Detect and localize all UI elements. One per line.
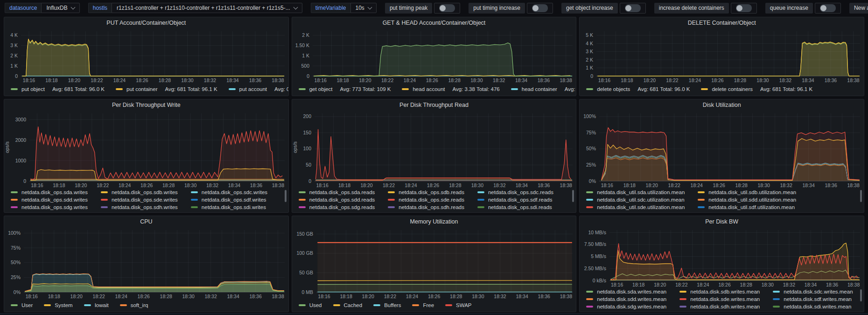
chart-canvas[interactable]: 0%25%50%75%100%18:1618:1818:2018:2218:24… [580,111,864,189]
chart-canvas[interactable]: 010002000300018:1618:1818:2018:2218:2418… [4,111,288,189]
legend-item-netdata-disk-ops-sdd-reads[interactable]: netdata.disk_ops.sdd.reads [299,197,375,203]
legend-series-color-icon[interactable] [586,191,593,193]
legend-item-netdata-disk-ops-sdf-writes[interactable]: netdata.disk_ops.sdf.writes [191,197,267,203]
legend-series-color-icon[interactable] [373,304,380,306]
chart-memory-utilization[interactable]: 0 MB50 GB100 GB150 GB18:1618:1818:2018:2… [292,227,576,300]
legend-series-color-icon[interactable] [698,206,705,208]
legend-series-color-icon[interactable] [511,88,518,90]
legend-series-color-icon[interactable] [698,191,705,193]
legend-series-color-icon[interactable] [679,298,686,300]
chart-per-disk-throughput-write[interactable]: 010002000300018:1618:1818:2018:2218:2418… [4,111,288,189]
legend-item-netdata-disk-ops-sdh-reads[interactable]: netdata.disk_ops.sdh.reads [388,204,464,210]
legend-item-get-object[interactable]: get objectAvg: 773 Total: 109 K [299,86,391,92]
legend-item-netdata-disk-ops-sda-reads[interactable]: netdata.disk_ops.sda.reads [299,189,375,195]
legend-item-free[interactable]: Free [412,302,434,308]
legend-item-netdata-disk-ops-sdc-reads[interactable]: netdata.disk_ops.sdc.reads [477,189,553,195]
chart-canvas[interactable]: 0%25%50%75%100%18:1618:1818:2018:2218:24… [4,227,288,300]
legend-scrollbar[interactable] [572,190,574,202]
legend-item-netdata-disk-ops-sdc-writes[interactable]: netdata.disk_ops.sdc.writes [191,189,267,195]
legend-item-head-account[interactable]: head accountAvg: 3.38 Total: 476 [402,86,499,92]
legend-item-netdata-disk-ops-sdb-reads[interactable]: netdata.disk_ops.sdb.reads [388,189,464,195]
toggle-switch-put-timing-peak[interactable] [434,3,460,14]
legend-scrollbar[interactable] [860,190,862,202]
legend-item-netdata-disk-ops-sdi-writes[interactable]: netdata.disk_ops.sdi.writes [191,204,267,210]
toggle-switch-put-timing-increase[interactable] [527,3,553,14]
legend-item-system[interactable]: System [44,302,72,308]
toggle-switch-increase-delete-containers[interactable] [731,3,757,14]
legend-item-netdata-disk-ops-sdf-reads[interactable]: netdata.disk_ops.sdf.reads [477,197,553,203]
chart-canvas[interactable]: 05010015020018:1618:1818:2018:2218:2418:… [292,111,576,189]
legend-series-color-icon[interactable] [191,206,198,208]
panel-title-memory-utilization[interactable]: Memory Utilization [292,216,576,227]
panel-title-per-disk-bw[interactable]: Per Disk BW [580,216,864,227]
legend-item-user[interactable]: User [11,302,33,308]
legend-item-netdata-disk-util-sdb-utilization-mean[interactable]: netdata.disk_util.sdb.utilization.mean [698,189,796,195]
chart-get-head-account-container-object[interactable]: 05001 K1.50 K2 K18:1618:1818:2018:2218:2… [292,28,576,84]
legend-series-color-icon[interactable] [477,199,484,201]
panel-title-put-account-container-object[interactable]: PUT Account/Container/Object [4,17,288,28]
toggle-switch-queue-increase[interactable] [815,3,841,14]
chart-canvas[interactable]: 0 kB/s2.50 MB/s5 MB/s7.50 MB/s10 MB/s18:… [580,227,864,288]
legend-item-netdata-disk-ops-sdd-writes[interactable]: netdata.disk_ops.sdd.writes [11,197,88,203]
legend-series-color-icon[interactable] [11,304,18,306]
chart-canvas[interactable]: 05001 K1.50 K2 K18:1618:1818:2018:2218:2… [292,28,576,84]
legend-item-netdata-disk-ops-sde-reads[interactable]: netdata.disk_ops.sde.reads [388,197,464,203]
legend-series-color-icon[interactable] [11,199,18,201]
legend-series-color-icon[interactable] [679,291,686,293]
legend-series-color-icon[interactable] [229,88,236,90]
variable-select-datasource[interactable]: InfluxDB [41,3,79,13]
legend-item-netdata-disk-sda-writes-mean[interactable]: netdata.disk.sda.writes.mean [586,289,666,294]
legend-series-color-icon[interactable] [773,291,780,293]
chart-per-disk-bw[interactable]: 0 kB/s2.50 MB/s5 MB/s7.50 MB/s10 MB/s18:… [580,227,864,288]
legend-series-color-icon[interactable] [191,191,198,193]
legend-item-swap[interactable]: SWAP [445,302,471,308]
panel-title-per-disk-throughput-read[interactable]: Per Disk Throughput Read [292,99,576,111]
legend-series-color-icon[interactable] [679,306,686,308]
legend-series-color-icon[interactable] [44,304,51,306]
legend-series-color-icon[interactable] [412,304,419,306]
legend-item-netdata-disk-sdd-writes-mean[interactable]: netdata.disk.sdd.writes.mean [586,296,666,302]
chart-delete-container-object[interactable]: 01 K2 K3 K4 K5 K18:1618:1818:2018:2218:2… [580,28,864,84]
legend-item-netdata-disk-sde-writes-mean[interactable]: netdata.disk.sde.writes.mean [679,296,760,302]
legend-series-color-icon[interactable] [388,199,395,201]
panel-title-per-disk-throughput-write[interactable]: Per Disk Throughput Write [4,99,288,111]
legend-item-netdata-disk-ops-sdg-writes[interactable]: netdata.disk_ops.sdg.writes [11,204,88,210]
legend-item-netdata-disk-ops-sde-writes[interactable]: netdata.disk_ops.sde.writes [101,197,178,203]
legend-series-color-icon[interactable] [773,306,780,308]
legend-item-netdata-disk-util-sdc-utilization-mean[interactable]: netdata.disk_util.sdc.utilization.mean [586,197,685,203]
legend-series-color-icon[interactable] [11,88,18,90]
legend-series-color-icon[interactable] [101,199,108,201]
legend-series-color-icon[interactable] [701,88,708,90]
legend-series-color-icon[interactable] [586,88,593,90]
legend-series-color-icon[interactable] [586,199,593,201]
legend-item-put-container[interactable]: put containerAvg: 681 Total: 96.1 K [116,86,217,92]
legend-item-delete-containers[interactable]: delete containersAvg: 681 Total: 96.1 K [701,86,812,92]
legend-scrollbar[interactable] [860,289,862,301]
legend-item-netdata-disk-sdc-writes-mean[interactable]: netdata.disk.sdc.writes.mean [773,289,853,294]
chart-cpu[interactable]: 0%25%50%75%100%18:1618:1818:2018:2218:24… [4,227,288,300]
legend-item-used[interactable]: Used [299,302,322,308]
legend-item-netdata-disk-util-sdf-utilization-mean[interactable]: netdata.disk_util.sdf.utilization.mean [698,204,796,210]
legend-item-netdata-disk-sdh-writes-mean[interactable]: netdata.disk.sdh.writes.mean [679,304,760,309]
legend-item-netdata-disk-ops-sdb-writes[interactable]: netdata.disk_ops.sdb.writes [101,189,178,195]
legend-item-head-container[interactable]: head containerAvg: 0.470 Total: 66.2 [511,86,577,92]
chart-canvas[interactable]: 0 MB50 GB100 GB150 GB18:1618:1818:2018:2… [292,227,576,300]
legend-series-color-icon[interactable] [299,191,306,193]
chart-per-disk-throughput-read[interactable]: 05010015020018:1618:1818:2018:2218:2418:… [292,111,576,189]
legend-item-netdata-disk-ops-sdh-writes[interactable]: netdata.disk_ops.sdh.writes [101,204,178,210]
legend-series-color-icon[interactable] [299,88,306,90]
legend-item-netdata-disk-ops-sda-writes[interactable]: netdata.disk_ops.sda.writes [11,189,88,195]
legend-series-color-icon[interactable] [402,88,409,90]
legend-series-color-icon[interactable] [586,306,593,308]
legend-series-color-icon[interactable] [445,304,452,306]
chart-disk-utilization[interactable]: 0%25%50%75%100%18:1618:1818:2018:2218:24… [580,111,864,189]
legend-item-netdata-disk-sdf-writes-mean[interactable]: netdata.disk.sdf.writes.mean [773,296,853,302]
legend-item-put-object[interactable]: put objectAvg: 681 Total: 96.0 K [11,86,105,92]
legend-series-color-icon[interactable] [586,298,593,300]
legend-series-color-icon[interactable] [477,191,484,193]
legend-series-color-icon[interactable] [191,199,198,201]
chart-put-account-container-object[interactable]: 01 K2 K3 K4 K18:1618:1818:2018:2218:2418… [4,28,288,84]
legend-item-netdata-disk-util-sdd-utilization-mean[interactable]: netdata.disk_util.sdd.utilization.mean [698,197,796,203]
legend-item-netdata-disk-sdb-writes-mean[interactable]: netdata.disk.sdb.writes.mean [679,289,760,294]
panel-title-delete-container-object[interactable]: DELETE Container/Object [580,17,864,28]
